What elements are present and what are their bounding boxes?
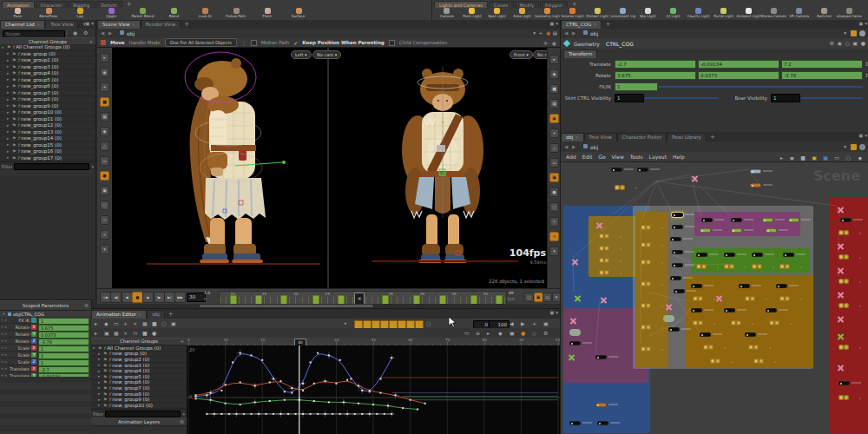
tangent-button-3[interactable] xyxy=(380,320,389,329)
shelf-tool-spot-light[interactable]: Spot Light xyxy=(484,8,510,20)
shelf-tab-add[interactable]: + xyxy=(123,1,135,8)
control-node[interactable] xyxy=(724,253,735,257)
control-node[interactable] xyxy=(670,237,681,241)
control-node[interactable] xyxy=(838,381,850,385)
key-icon[interactable]: + xyxy=(1,332,3,336)
flag-icon[interactable]: ⚑ xyxy=(12,57,16,62)
flag-icon[interactable]: ⚑ xyxy=(12,64,16,69)
anim-tb1-icon-3[interactable]: + xyxy=(123,320,128,326)
channel-group-row[interactable]: ▸⚑fnew_group8 (0) xyxy=(0,96,95,103)
flag-icon[interactable]: ⚑ xyxy=(103,397,107,402)
tangent-button-5[interactable] xyxy=(398,320,406,329)
key-icon[interactable]: + xyxy=(1,325,3,329)
fetch-node[interactable] xyxy=(600,296,608,304)
bone-node[interactable] xyxy=(641,346,652,352)
key-icon[interactable]: + xyxy=(1,352,3,357)
channel-group-row[interactable]: ▸⚑fnew_group9 (0) xyxy=(0,103,95,110)
shelf-tool-sky-light[interactable]: Sky Light xyxy=(635,8,661,20)
snap-icon[interactable]: ◉ xyxy=(552,40,556,46)
menu-go[interactable]: Go xyxy=(598,154,605,160)
scoped-gear-icon[interactable]: ⚙ xyxy=(84,301,89,310)
flag-icon[interactable]: ⚑ xyxy=(12,77,16,82)
bear-visibility-slider[interactable] xyxy=(800,97,863,99)
anim-tb1-icon-7[interactable]: ○ xyxy=(161,320,166,326)
channel-group-row[interactable]: ▸⚑fnew_group4 (0) xyxy=(0,70,95,77)
toolbar-icon-8[interactable]: ● xyxy=(100,171,109,181)
param-globe-icon[interactable] xyxy=(859,30,865,36)
rotate-field-x[interactable]: 3.675 xyxy=(615,71,696,80)
expand-icon[interactable]: ▸ xyxy=(98,369,102,373)
channel-group-row[interactable]: ▸⚑fnew_group2 (0) xyxy=(0,57,95,64)
bone-node[interactable] xyxy=(696,264,707,269)
bone-node[interactable] xyxy=(710,358,721,364)
shelf-tab-add[interactable]: + xyxy=(569,1,581,8)
control-node[interactable] xyxy=(611,168,622,172)
anim-layers-gear-icon[interactable]: ⚙ xyxy=(180,418,184,425)
channel-group-row[interactable]: ▸⚑fnew_group12 (0) xyxy=(0,122,95,129)
toolbar-icon-0[interactable]: ▸ xyxy=(549,55,559,64)
close-tab-icon[interactable]: × xyxy=(132,22,135,27)
bone-node[interactable] xyxy=(838,279,850,284)
nav-back-icon[interactable]: ◀ xyxy=(101,30,104,36)
channel-group-row[interactable]: ▸⚑fnew_group14 (0) xyxy=(0,135,95,142)
bone-node[interactable] xyxy=(753,358,765,364)
fetch-node[interactable] xyxy=(715,294,723,302)
key-icon[interactable]: + xyxy=(1,345,3,350)
shelf-tool-point-light[interactable]: Point Light xyxy=(459,8,484,20)
new-tab-button[interactable]: + xyxy=(181,21,193,29)
range-end-top[interactable]: 49 xyxy=(509,291,514,295)
flag-icon[interactable]: ⚑ xyxy=(12,155,16,161)
toolbar-icon-11[interactable]: ◇ xyxy=(100,215,109,225)
shelf-tool-caustic-light[interactable]: Caustic Light xyxy=(686,8,711,20)
shelf-tool-volume-light[interactable]: Volume Light xyxy=(560,8,585,20)
bone-node[interactable] xyxy=(599,258,610,263)
channel-group-row[interactable]: ▸⚑fnew_group6 (0) xyxy=(91,380,187,386)
child-comp-checkbox[interactable] xyxy=(389,40,395,46)
control-node[interactable] xyxy=(691,308,702,312)
shelf-tab-create[interactable]: Create xyxy=(489,1,514,8)
anim-tb2-right-icon-2[interactable]: ▸ xyxy=(487,330,490,336)
expand-icon[interactable]: ▸ xyxy=(7,77,10,82)
shelf-tool-ambient-light[interactable]: Ambient Light xyxy=(736,8,761,20)
fkik-slider[interactable] xyxy=(658,86,863,88)
graph-canvas[interactable]: 200 xyxy=(187,345,560,434)
expand-icon[interactable]: ▸ xyxy=(7,116,10,121)
expand-icon[interactable]: ▸ xyxy=(7,103,10,108)
graph-range-start[interactable]: 0 xyxy=(473,320,490,329)
close-tab-icon[interactable]: × xyxy=(593,22,596,27)
network-toolbar-icon-7[interactable]: ◆ xyxy=(858,155,862,161)
expand-icon[interactable]: ▸ xyxy=(98,403,102,407)
shelf-tool-environment-light[interactable]: Environment Light xyxy=(610,8,635,20)
green-node[interactable] xyxy=(700,228,711,233)
scope-gear-icon[interactable]: ⚙ xyxy=(83,30,88,36)
toolbar-icon-13[interactable]: ▾ xyxy=(100,245,109,254)
toolbar-icon-13[interactable]: ▾ xyxy=(549,247,559,256)
flag-icon[interactable]: ⚑ xyxy=(12,116,16,122)
bone-node[interactable] xyxy=(693,296,704,301)
anim-tb1-icon-0[interactable]: ▸ xyxy=(95,320,97,326)
scrollbar-thumb[interactable] xyxy=(200,305,373,307)
anim-pane-tab-animation-editor[interactable]: Animation Editor× xyxy=(91,310,147,319)
timeline-ruler[interactable]: 101520253035404550× xyxy=(219,291,507,306)
expand-icon[interactable]: ▸ xyxy=(7,155,10,160)
selected-control-node[interactable] xyxy=(672,213,683,217)
anim-filter-dropdown-icon[interactable]: ▾ xyxy=(182,411,185,417)
fetch-node[interactable] xyxy=(837,242,845,250)
control-node[interactable] xyxy=(731,218,742,222)
path-dropdown-icon[interactable]: ▾ xyxy=(533,30,536,36)
bone-node[interactable] xyxy=(641,225,652,230)
scene-pane-tab-scene-view[interactable]: Scene View× xyxy=(97,20,141,29)
fetch-node[interactable] xyxy=(837,266,845,274)
channel-group-row[interactable]: ▸⚑fnew_group10 (0) xyxy=(0,109,95,116)
bone-node[interactable] xyxy=(641,242,652,247)
network-dropdown-icon[interactable]: ▾ xyxy=(844,144,846,149)
control-node[interactable] xyxy=(597,421,608,425)
orange-node[interactable] xyxy=(750,183,761,187)
channel-group-row[interactable]: ▸⚑fnew_group11 (0) xyxy=(0,116,95,123)
expand-icon[interactable]: ▸ xyxy=(5,366,7,371)
shelf-tool-gi-light[interactable]: GI Light xyxy=(661,8,686,20)
ladder-icon[interactable]: ↕ xyxy=(865,61,868,67)
control-node[interactable] xyxy=(672,225,683,229)
channel-group-row[interactable]: ▸⚑fnew_group17 (0) xyxy=(0,155,95,162)
flag-icon[interactable]: ⚑ xyxy=(12,109,16,115)
